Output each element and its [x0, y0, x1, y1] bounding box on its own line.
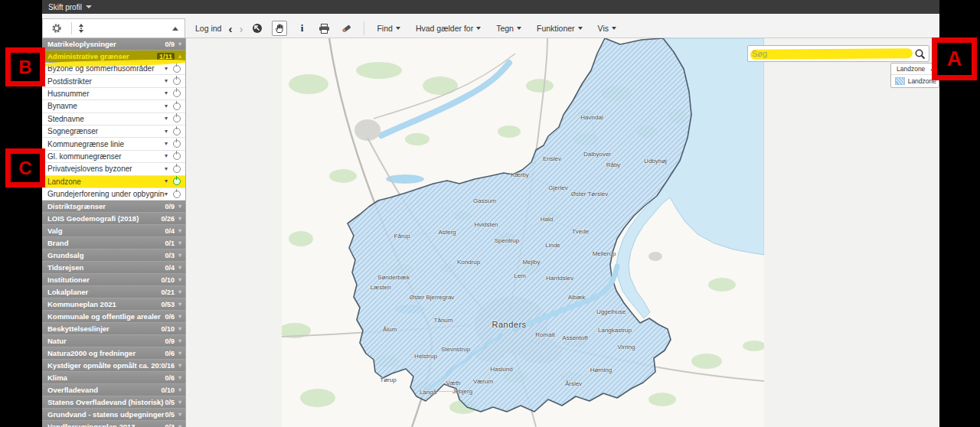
layer-group-header[interactable]: Natur0/9▾ — [42, 335, 185, 347]
chevron-down-icon[interactable]: ▾ — [178, 289, 181, 295]
gear-icon[interactable] — [49, 21, 64, 36]
info-icon[interactable]: i — [294, 21, 309, 36]
chevron-down-icon[interactable]: ▾ — [178, 350, 181, 357]
layer-group-header[interactable]: Administrative grænser1/11▴ — [42, 51, 185, 63]
expand-collapse-all-icon[interactable] — [79, 24, 83, 33]
chevron-down-icon[interactable]: ▾ — [178, 265, 181, 271]
full-extent-icon[interactable] — [250, 21, 265, 36]
layer-item-byzone-og-sommerhusomr-der[interactable]: Byzone og sommerhusområder▾ — [42, 63, 185, 75]
pan-hand-icon[interactable] — [272, 21, 287, 36]
layer-group-header[interactable]: Grundvand - statens udpegninger0/5▾ — [42, 409, 185, 421]
layer-item-privatvejslovens-byzoner[interactable]: Privatvejslovens byzoner▾ — [42, 163, 185, 175]
chevron-down-icon[interactable]: ▾ — [165, 153, 168, 159]
power-toggle-icon[interactable] — [173, 140, 181, 148]
layer-group-header[interactable]: Institutioner0/10▾ — [42, 274, 185, 286]
layer-item-landzone[interactable]: Landzone▾ — [42, 176, 185, 188]
layer-group-header[interactable]: Natura2000 og fredninger0/6▾ — [42, 347, 185, 360]
layer-item-bynavne[interactable]: Bynavne▾ — [42, 100, 185, 112]
chevron-down-icon[interactable]: ▾ — [165, 78, 168, 84]
layer-item-stednavne[interactable]: Stednavne▾ — [42, 113, 185, 125]
chevron-down-icon[interactable]: ▾ — [165, 129, 168, 135]
power-toggle-icon[interactable] — [173, 115, 181, 122]
layer-item-husnummer[interactable]: Husnummer▾ — [42, 88, 185, 100]
layer-group-header[interactable]: Overfladevand0/10▾ — [42, 384, 185, 396]
chevron-up-icon[interactable]: ▴ — [178, 54, 181, 60]
power-toggle-icon[interactable] — [173, 65, 181, 73]
layer-group-header[interactable]: Beskyttelseslinjer0/10▾ — [42, 323, 185, 335]
chevron-down-icon[interactable]: ▾ — [165, 191, 168, 197]
menu-vis[interactable]: Vis — [596, 24, 619, 33]
chevron-down-icon[interactable]: ▾ — [178, 326, 181, 332]
chevron-down-icon[interactable]: ▾ — [178, 363, 181, 369]
menu-tegn[interactable]: Tegn — [494, 24, 524, 33]
print-icon[interactable] — [316, 21, 332, 36]
power-toggle-icon[interactable] — [173, 178, 181, 185]
layer-group-header[interactable]: Kommunale og offentlige arealer0/6▾ — [42, 311, 185, 323]
forward-chevron-icon[interactable]: › — [239, 23, 243, 34]
layer-group-header[interactable]: Klima0/6▾ — [42, 372, 185, 384]
layer-group-header[interactable]: Valg0/4▾ — [42, 225, 185, 237]
chevron-down-icon[interactable]: ▾ — [165, 166, 168, 172]
chevron-down-icon[interactable]: ▾ — [178, 253, 181, 259]
layer-label: Husnummer — [47, 90, 165, 98]
collapse-panel-icon[interactable] — [172, 27, 178, 31]
power-toggle-icon[interactable] — [173, 152, 181, 160]
chevron-down-icon[interactable]: ▾ — [178, 338, 181, 344]
power-toggle-icon[interactable] — [173, 191, 181, 198]
layer-group-header[interactable]: Matrikeloplysninger0/9▾ — [42, 38, 185, 51]
power-toggle-icon[interactable] — [173, 128, 181, 135]
layer-group-header[interactable]: Vandforsyningsplan 20130/3▾ — [42, 421, 185, 427]
menu-find[interactable]: Find — [374, 24, 402, 33]
layer-group-header[interactable]: Statens Overfladevand (historisk)0/5▾ — [42, 396, 185, 409]
chevron-down-icon[interactable]: ▾ — [178, 375, 181, 381]
chevron-down-icon[interactable]: ▾ — [178, 228, 181, 234]
layer-group-header[interactable]: Grundsalg0/3▾ — [42, 249, 185, 262]
layer-group-header[interactable]: Tidsrejsen0/4▾ — [42, 262, 185, 274]
chevron-down-icon[interactable]: ▾ — [178, 41, 181, 47]
menu-hvad-g-lder-for[interactable]: Hvad gælder for — [413, 24, 483, 33]
map-canvas[interactable]: HavndalDalbyoverRåbyUdbyhøjEnslevKærbyGj… — [186, 38, 939, 427]
group-label: Administrative grænser — [47, 52, 157, 60]
layer-group-header[interactable]: Lokalplaner0/21▾ — [42, 286, 185, 298]
layer-item-gl-kommunegr-nser[interactable]: Gl. kommunegrænser▾ — [42, 151, 185, 163]
chevron-down-icon[interactable]: ▾ — [165, 66, 168, 72]
chevron-down-icon[interactable]: ▾ — [178, 399, 181, 406]
power-toggle-icon[interactable] — [173, 90, 181, 97]
chevron-down-icon[interactable]: ▾ — [165, 116, 168, 122]
chevron-down-icon[interactable]: ▾ — [178, 277, 181, 283]
layer-group-header[interactable]: Distriktsgrænser0/9▾ — [42, 200, 185, 213]
chevron-down-icon[interactable]: ▾ — [165, 90, 168, 96]
chevron-down-icon[interactable]: ▾ — [178, 387, 181, 393]
power-toggle-icon[interactable] — [173, 77, 181, 85]
chevron-down-icon[interactable]: ▾ — [165, 141, 168, 147]
layer-group-header[interactable]: LOIS Geodemografi (2018)0/26▾ — [42, 213, 185, 225]
chevron-down-icon[interactable]: ▾ — [178, 412, 181, 418]
layer-item-grundejerforening-under-opbygning[interactable]: Grundejerforening under opbygning▾ — [42, 188, 185, 200]
layer-item-postdistrikter[interactable]: Postdistrikter▾ — [42, 75, 185, 87]
eraser-icon[interactable] — [338, 21, 354, 36]
chevron-down-icon — [396, 27, 400, 30]
chevron-down-icon[interactable]: ▾ — [178, 240, 181, 246]
login-button[interactable]: Log ind — [195, 24, 221, 33]
layer-group-header[interactable]: Kommuneplan 20210/53▾ — [42, 298, 185, 311]
chevron-down-icon[interactable]: ▾ — [178, 314, 181, 320]
chevron-down-icon[interactable]: ▾ — [165, 178, 168, 184]
chevron-down-icon[interactable]: ▾ — [178, 216, 181, 222]
search-icon[interactable] — [914, 48, 926, 64]
layer-item-kommunegr-nse-linie[interactable]: Kommunegrænse linie▾ — [42, 138, 185, 150]
menu-funktioner[interactable]: Funktioner — [534, 24, 585, 33]
profile-switcher[interactable]: Skift profil — [48, 3, 82, 11]
chevron-down-icon[interactable]: ▾ — [178, 302, 181, 308]
chevron-down-icon[interactable]: ▾ — [178, 424, 181, 427]
back-chevron-icon[interactable]: ‹ — [228, 23, 232, 34]
layer-group-header[interactable]: Kystdiger opmålte opmålt ca. 20160/16▾ — [42, 360, 185, 372]
chevron-down-icon[interactable]: ▾ — [178, 204, 181, 210]
chevron-down-icon[interactable] — [86, 5, 92, 8]
chevron-down-icon[interactable]: ▾ — [165, 103, 168, 109]
power-toggle-icon[interactable] — [173, 165, 181, 173]
layer-item-sognegr-nser[interactable]: Sognegrænser▾ — [42, 125, 185, 138]
search-input[interactable] — [752, 47, 905, 60]
layer-group-header[interactable]: Brand0/1▾ — [42, 237, 185, 249]
power-toggle-icon[interactable] — [173, 103, 181, 110]
group-label: Institutioner — [47, 275, 161, 284]
